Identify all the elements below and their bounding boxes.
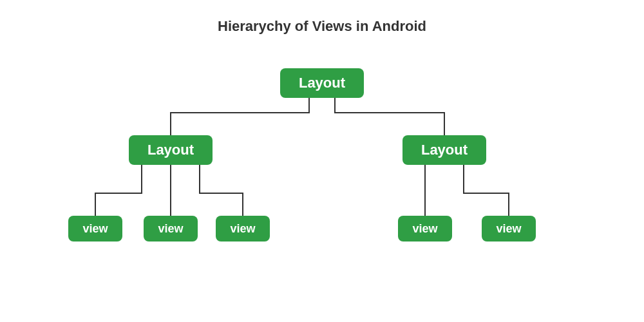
node-view-left-2: view — [144, 216, 198, 242]
node-view-left-3: view — [216, 216, 270, 242]
node-view-left-1: view — [68, 216, 122, 242]
node-layout-right: Layout — [402, 135, 486, 165]
node-root-layout: Layout — [280, 68, 364, 98]
node-layout-left: Layout — [129, 135, 213, 165]
node-view-right-1: view — [398, 216, 452, 242]
connector-lines — [0, 0, 644, 322]
node-view-right-2: view — [482, 216, 536, 242]
diagram-canvas: Layout Layout Layout view view view view… — [0, 0, 644, 322]
